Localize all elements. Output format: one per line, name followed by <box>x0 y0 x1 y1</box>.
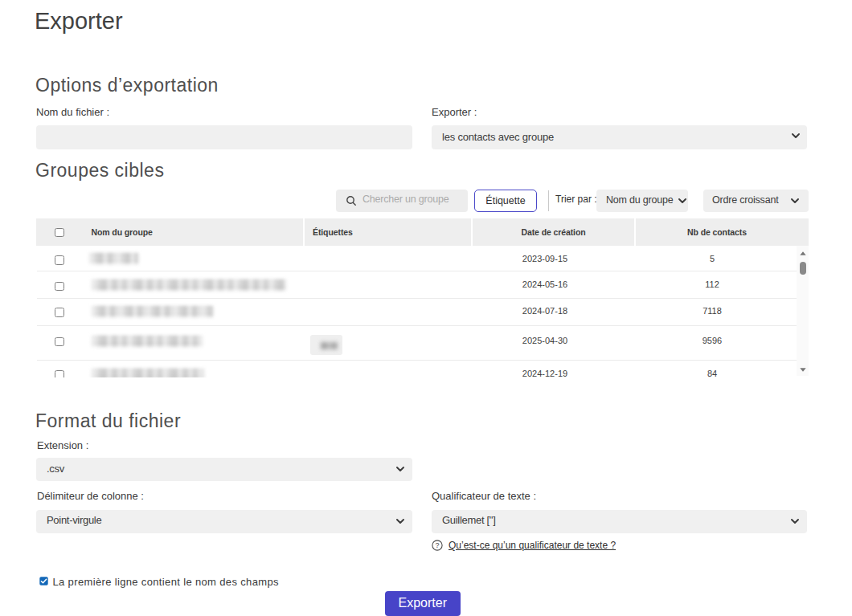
svg-text:?: ? <box>435 541 439 549</box>
